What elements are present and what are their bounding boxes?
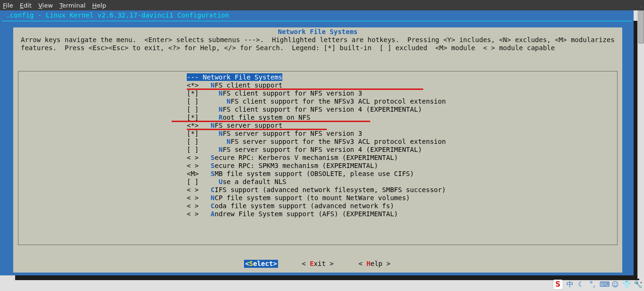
exit-button[interactable]: < Exit > xyxy=(301,260,334,268)
menuconfig-list-box: --- Network File Systems<*> NFS client s… xyxy=(18,71,618,245)
menu-item-13[interactable]: < > CIFS support (advanced network files… xyxy=(187,186,446,194)
menu-file[interactable]: File xyxy=(3,2,13,9)
system-tray: S 中 ☾ °, ⌨ ☺ 👕 🔧 xyxy=(553,279,642,290)
menu-item-10[interactable]: < > Secure RPC: SPKM3 mechanism (EXPERIM… xyxy=(187,162,446,170)
select-button[interactable]: <Select> xyxy=(244,260,278,268)
keyboard-icon[interactable]: ⌨ xyxy=(600,280,608,289)
shirt-icon[interactable]: 👕 xyxy=(622,280,631,289)
terminal-window: .config - Linux Kernel v2.6.32.17-davinc… xyxy=(0,10,634,275)
menu-item-12[interactable]: [ ] Use a default NLS xyxy=(187,178,446,186)
menu-item-8[interactable]: [ ] NFS server support for NFS version 4… xyxy=(187,146,446,154)
menu-item-3[interactable]: [ ] NFS client support for NFS version 4… xyxy=(187,106,446,114)
instructions-line1: Arrow keys navigate the menu. <Enter> se… xyxy=(13,36,622,44)
moon-icon[interactable]: ☾ xyxy=(577,280,585,289)
instructions-line2: features. Press <Esc><Esc> to exit, <?> … xyxy=(13,44,622,52)
menu-item-15[interactable]: < > Coda file system support (advanced n… xyxy=(187,202,446,210)
section-title: Network File Systems xyxy=(278,28,358,35)
menuconfig-dialog: Network File Systems Arrow keys navigate… xyxy=(13,27,622,273)
menu-item-6[interactable]: [*] NFS server support for NFS version 3 xyxy=(187,130,446,138)
annotation-redline-3 xyxy=(187,129,327,130)
scroll-thumb[interactable] xyxy=(638,10,644,44)
menu-item-7[interactable]: [ ] NFS server support for the NFSv3 ACL… xyxy=(187,138,446,146)
menu-item-1[interactable]: [*] NFS client support for NFS version 3 xyxy=(187,89,446,97)
menu-edit[interactable]: Edit xyxy=(20,2,32,9)
menuconfig-header: Network File Systems xyxy=(13,27,622,36)
menu-list[interactable]: --- Network File Systems<*> NFS client s… xyxy=(187,73,446,218)
menu-item-2[interactable]: [ ] NFS client support for the NFSv3 ACL… xyxy=(187,97,446,106)
scroll-up-icon[interactable]: ▴ xyxy=(638,4,644,9)
menubar: File Edit View Terminal Help xyxy=(0,0,644,10)
menu-header-row[interactable]: --- Network File Systems xyxy=(187,73,446,81)
menu-item-9[interactable]: < > Secure RPC: Kerberos V mechanism (EX… xyxy=(187,154,446,162)
punct-icon[interactable]: °, xyxy=(588,280,597,289)
annotation-redline-2 xyxy=(172,121,370,122)
vertical-scrollbar[interactable]: ▴ ▾ xyxy=(637,10,644,279)
terminal-title: .config - Linux Kernel v2.6.32.17-davinc… xyxy=(0,10,634,19)
menu-view[interactable]: View xyxy=(38,2,53,9)
help-button[interactable]: < Help > xyxy=(357,260,391,268)
wrench-icon[interactable]: 🔧 xyxy=(634,280,642,289)
ime-badge-icon[interactable]: S xyxy=(553,280,563,289)
person-icon[interactable]: ☺ xyxy=(611,280,619,289)
annotation-redline-1 xyxy=(187,88,423,90)
menu-terminal[interactable]: Terminal xyxy=(60,2,86,9)
menu-item-11[interactable]: <M> SMB file system support (OBSOLETE, p… xyxy=(187,170,446,178)
terminal-divider xyxy=(2,21,632,21)
ime-lang-icon[interactable]: 中 xyxy=(566,280,574,289)
menuconfig-buttons: <Select> < Exit > < Help > xyxy=(13,260,622,268)
menu-item-14[interactable]: < > NCP file system support (to mount Ne… xyxy=(187,194,446,202)
menu-item-16[interactable]: < > Andrew File System support (AFS) (EX… xyxy=(187,210,446,218)
menu-help[interactable]: Help xyxy=(92,2,106,9)
